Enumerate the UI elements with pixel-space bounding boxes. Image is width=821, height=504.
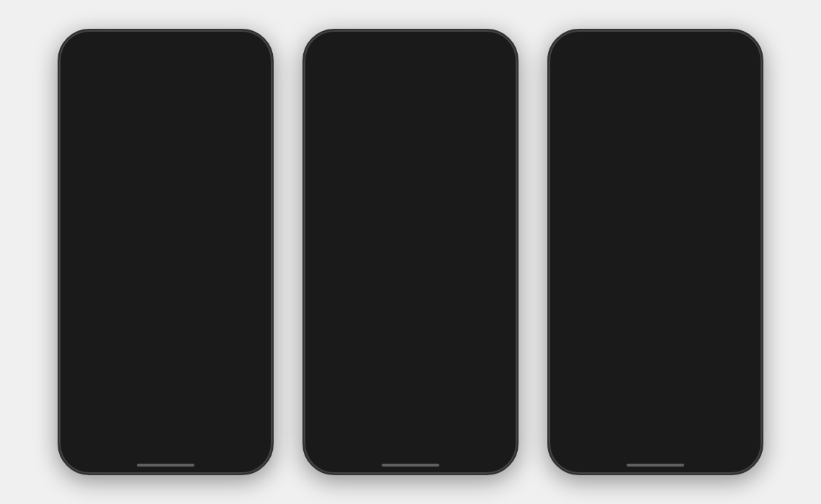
like-icon-2: 👍 xyxy=(480,210,506,236)
channel-row-1: F Family Fizz xyxy=(72,406,230,425)
channel-avatar-1: F xyxy=(72,406,91,425)
phone-2: Vaseline 10:50 ▌▌▌ 🛜 🔋 ← 📷 Vaseline to y… xyxy=(302,29,519,475)
android-back-2[interactable]: ◁ xyxy=(339,442,349,458)
phone-screen-2: Vaseline 10:50 ▌▌▌ 🛜 🔋 ← 📷 Vaseline to y… xyxy=(310,36,511,468)
add-icon-3: ＋ xyxy=(647,438,663,459)
status-bar-1: 10:00 ▌▌ 🛜 🔋 xyxy=(65,36,266,58)
status-time-1: 10:00 xyxy=(76,45,97,53)
nav-library-1[interactable]: ≡ Library xyxy=(226,436,266,460)
tiktok-logo-3: TikTok xyxy=(565,63,596,75)
phone-1: 10:00 ▌▌ 🛜 🔋 📷 👍 26K 👎 Dislike ↗ xyxy=(58,29,274,475)
nav-shorts-1[interactable]: Shorts xyxy=(105,436,145,461)
dislike-icon-2: 👎 xyxy=(480,256,506,282)
like-button-1[interactable]: 👍 26K xyxy=(235,256,261,291)
android-home-2[interactable]: ○ xyxy=(408,443,416,458)
back-arrow-2[interactable]: ← xyxy=(320,63,333,78)
channel-name-1[interactable]: Family Fizz xyxy=(95,411,138,420)
shorts-icon-1 xyxy=(119,436,132,452)
status-icons-2: ▌▌▌ 🛜 🔋 xyxy=(463,45,500,53)
share-icon-3: ↗ xyxy=(724,346,750,372)
video-info-2: Using Vaseline on the face #Shorts D Dr … xyxy=(317,391,475,425)
shorts-icon-3 xyxy=(609,436,622,452)
nav-library-3[interactable]: ≡ Library xyxy=(716,436,756,460)
nav-add-1[interactable]: ＋ xyxy=(145,438,186,459)
video-caption-3: Golden Retriever snaps at groomer xyxy=(562,391,720,403)
phone-screen-1: 10:00 ▌▌ 🛜 🔋 📷 👍 26K 👎 Dislike ↗ xyxy=(65,36,266,468)
share-label-2: Share xyxy=(483,374,503,382)
top-caption-3: It is so unexpected when a sweet well be… xyxy=(562,79,749,127)
like-icon-1: 👍 xyxy=(235,256,261,282)
status-time-2: 10:50 xyxy=(321,45,341,53)
channel-row-3: G Girl With The Dogs SUBSCRIBE xyxy=(562,406,720,425)
home-icon-1: ⌂ xyxy=(81,436,89,451)
android-recent-2[interactable]: □ xyxy=(474,443,482,458)
dislike-label-3: Dislike xyxy=(727,283,748,291)
video-info-3: Golden Retriever snaps at groomer G Girl… xyxy=(562,391,720,425)
dislike-label-2: Dislike xyxy=(482,283,503,291)
share-button-2[interactable]: ↗ Share xyxy=(480,346,506,382)
android-nav-2: ◁ ○ □ xyxy=(310,432,511,468)
status-bar-2: 10:50 ▌▌▌ 🛜 🔋 xyxy=(310,36,511,58)
share-label-1: Share xyxy=(238,374,258,382)
camera-icon-2[interactable]: 📷 xyxy=(485,63,501,79)
vaseline-label: Vaseline to your face xyxy=(324,300,497,324)
channel-name-2[interactable]: Dr Dray xyxy=(340,411,369,420)
camera-icon-1[interactable]: 📷 xyxy=(241,63,256,79)
channel-name-3[interactable]: Girl With The Dogs xyxy=(585,411,656,420)
comment-icon-2: 💬 xyxy=(480,301,506,327)
home-icon-3: ⌂ xyxy=(571,436,579,451)
library-icon-1: ≡ xyxy=(243,436,251,451)
phone-screen-3: 9:59 ▌▌ 🛜 🔋 TikTok 📷 It is so unexpected… xyxy=(555,36,756,468)
phone-3: 9:59 ▌▌ 🛜 🔋 TikTok 📷 It is so unexpected… xyxy=(547,29,763,475)
share-button-1[interactable]: ↗ Share xyxy=(235,346,261,382)
soundwave-1[interactable] xyxy=(238,406,261,423)
nav-home-3[interactable]: ⌂ Home xyxy=(555,436,595,460)
status-bar-3: 9:59 ▌▌ 🛜 🔋 xyxy=(555,36,756,58)
share-icon-2: ↗ xyxy=(480,346,506,372)
comment-icon-3: 💬 xyxy=(724,301,750,327)
subscriptions-icon-3: 📋 xyxy=(688,436,704,452)
caption-overlay-1: So I heard that we're showing off our pa… xyxy=(72,290,259,339)
subscribe-button-2[interactable]: SUBSCRIBE xyxy=(373,410,423,421)
video-caption-2: Using Vaseline on the face #Shorts xyxy=(317,391,475,403)
channel-row-2: D Dr Dray SUBSCRIBE xyxy=(317,406,475,425)
library-icon-3: ≡ xyxy=(732,436,740,451)
like-button-3[interactable]: 👍 1.2M xyxy=(724,210,750,246)
comment-button-3[interactable]: 💬 21K xyxy=(724,301,750,336)
share-button-3[interactable]: ↗ Share xyxy=(724,346,750,382)
subscriptions-badge-3 xyxy=(701,433,708,441)
like-button-2[interactable]: 👍 10K xyxy=(480,210,506,246)
soundwave-2[interactable] xyxy=(483,406,506,423)
video-caption-1: Showing our family's past Halloween cost… xyxy=(72,379,230,403)
status-icons-1: ▌▌ 🛜 🔋 xyxy=(223,45,255,53)
status-time-3: 9:59 xyxy=(566,45,582,53)
video-info-1: Showing our family's past Halloween cost… xyxy=(72,379,230,425)
nav-add-3[interactable]: ＋ xyxy=(635,438,676,459)
dislike-button-2[interactable]: 👎 Dislike xyxy=(480,256,506,291)
bottom-nav-3: ⌂ Home Shorts ＋ 📋 Subscriptions ≡ xyxy=(555,428,756,468)
add-icon-1: ＋ xyxy=(158,438,174,459)
like-count-3: 1.2M xyxy=(730,238,745,246)
subscribe-button-3[interactable]: SUBSCRIBE xyxy=(660,410,710,421)
subscriptions-badge-1 xyxy=(211,433,218,441)
dislike-icon-3: 👎 xyxy=(724,256,750,282)
like-count-2: 10K xyxy=(486,238,499,246)
share-label-3: Share xyxy=(728,374,748,382)
like-icon-3: 👍 xyxy=(724,210,750,236)
dislike-button-3[interactable]: 👎 Dislike xyxy=(724,256,750,291)
channel-avatar-3: G xyxy=(562,406,580,425)
status-icons-3: ▌▌ 🛜 🔋 xyxy=(713,45,745,53)
channel-avatar-2: D xyxy=(317,406,336,425)
nav-shorts-3[interactable]: Shorts xyxy=(595,436,635,461)
camera-icon-3[interactable]: 📷 xyxy=(730,63,746,79)
action-buttons-2: 👍 10K 👎 Dislike 💬 640 ↗ Share xyxy=(480,210,506,382)
comment-count-2: 640 xyxy=(487,328,499,336)
nav-subscriptions-3[interactable]: 📋 Subscriptions xyxy=(676,436,716,461)
comment-button-2[interactable]: 💬 640 xyxy=(480,301,506,336)
nav-home-1[interactable]: ⌂ Home xyxy=(65,436,105,460)
soundwave-3[interactable] xyxy=(728,406,750,423)
nav-subscriptions-1[interactable]: 📋 Subscriptions xyxy=(186,436,226,461)
action-buttons-3: 👍 1.2M 👎 Dislike 💬 21K ↗ Share xyxy=(724,210,750,382)
comment-count-3: 21K xyxy=(731,328,744,336)
subscriptions-icon-1: 📋 xyxy=(198,436,214,452)
